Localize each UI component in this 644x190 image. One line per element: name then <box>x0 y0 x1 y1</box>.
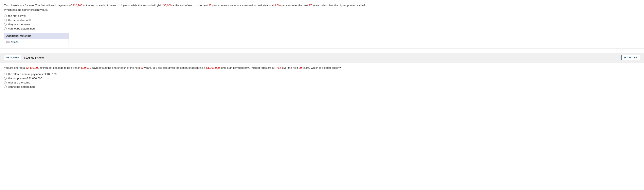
q1-text2: at the end of each of the next <box>82 4 119 7</box>
q2-amount2: $80,000 <box>81 66 91 69</box>
q1-option1-label: the first oil well <box>8 14 26 17</box>
question2-block: You are offered a $2,400,000 retirement … <box>0 62 644 93</box>
ebook-label: eBook <box>11 40 18 43</box>
q2-option4-label: cannot be determined <box>8 85 35 88</box>
q2-text7: years. Which is a better option? <box>302 66 341 69</box>
q1-years2: 27 <box>208 4 212 7</box>
q2-text6: over the next <box>281 66 299 69</box>
ebook-link[interactable]: 📖 eBook <box>6 40 66 43</box>
additional-materials-box: Additional Materials 📖 eBook <box>4 33 69 45</box>
q1-option3[interactable]: they are the same <box>4 23 640 26</box>
q2-radio3[interactable] <box>4 81 7 84</box>
question1-block: Two oil wells are for sale. The first wi… <box>0 0 644 49</box>
q1-option1[interactable]: the first oil well <box>4 14 640 17</box>
question1-text: Two oil wells are for sale. The first wi… <box>4 3 640 12</box>
q2-option2[interactable]: the lump sum of $1,000,000 <box>4 77 640 80</box>
q2-radio2[interactable] <box>4 77 7 80</box>
q1-option2[interactable]: the second oil well <box>4 18 640 22</box>
q1-radio2[interactable] <box>4 19 7 21</box>
q1-rate: 8.5% <box>274 4 281 7</box>
q1-text3: years, while the second will yield <box>122 4 163 7</box>
q1-radio1[interactable] <box>4 14 7 17</box>
q1-text7: years. Which has the higher present valu… <box>312 4 365 7</box>
q1-years3: 27 <box>309 4 312 7</box>
q2-option2-label: the lump sum of $1,000,000 <box>8 77 42 80</box>
q2-option1[interactable]: the offered annual payments of $80,000 <box>4 73 640 76</box>
additional-materials-label: Additional Materials <box>6 34 31 37</box>
q1-text6: per year over the next <box>281 4 309 7</box>
q2-radio4[interactable] <box>4 85 7 88</box>
q2-option3-label: they are the same <box>8 81 30 84</box>
q2-amount3: $1,000,000 <box>206 66 220 69</box>
q2-option1-label: the offered annual payments of $80,000 <box>8 73 56 76</box>
q1-option3-label: they are the same <box>8 23 30 26</box>
q2-years2: 30 <box>299 66 302 69</box>
q1-option4-label: cannot be determined <box>8 27 35 30</box>
divider-left: -/1 POINTS TEAFM2 F.4.040. <box>4 55 44 60</box>
q2-option4[interactable]: cannot be determined <box>4 85 640 88</box>
q1-radio4[interactable] <box>4 27 7 30</box>
q2-text2: retirement package to be given in <box>39 66 81 69</box>
q2-text-before: You are offered a <box>4 66 26 69</box>
additional-materials-header: Additional Materials <box>4 33 68 39</box>
additional-materials-body: 📖 eBook <box>4 39 68 45</box>
q1-text-before: Two oil wells are for sale. The first wi… <box>4 4 72 7</box>
q1-option4[interactable]: cannot be determined <box>4 27 640 30</box>
q2-text3: payments at the end of each of the next <box>91 66 140 69</box>
q2-amount1: $2,400,000 <box>26 66 40 69</box>
q2-years1: 30 <box>140 66 144 69</box>
q2-radio1[interactable] <box>4 73 7 75</box>
q1-which-label: Which has the higher present value? <box>4 8 48 11</box>
q1-amount1: $10,700 <box>72 4 82 7</box>
q2-text5: lump sum payment now. Interest rates are… <box>220 66 275 69</box>
q2-rate: 7.9% <box>275 66 282 69</box>
q1-text5: years. Interest rates are assumed to hol… <box>212 4 274 7</box>
q2-option3[interactable]: they are the same <box>4 81 640 84</box>
points-badge: -/1 POINTS <box>4 55 21 60</box>
q1-option2-label: the second oil well <box>8 18 30 22</box>
q1-radio3[interactable] <box>4 23 7 26</box>
ebook-icon: 📖 <box>6 40 10 43</box>
q1-text4: at the end of each of the next <box>172 4 208 7</box>
divider-section: -/1 POINTS TEAFM2 F.4.040. MY NOTES <box>0 53 644 62</box>
my-notes-button[interactable]: MY NOTES <box>621 55 640 60</box>
q2-text4: years. You are also given the option of … <box>144 66 206 69</box>
question-id: TEAFM2 F.4.040. <box>24 56 44 59</box>
q1-amount2: $5,000 <box>163 4 172 7</box>
q1-years1: 14 <box>119 4 122 7</box>
question2-text: You are offered a $2,400,000 retirement … <box>4 66 640 70</box>
